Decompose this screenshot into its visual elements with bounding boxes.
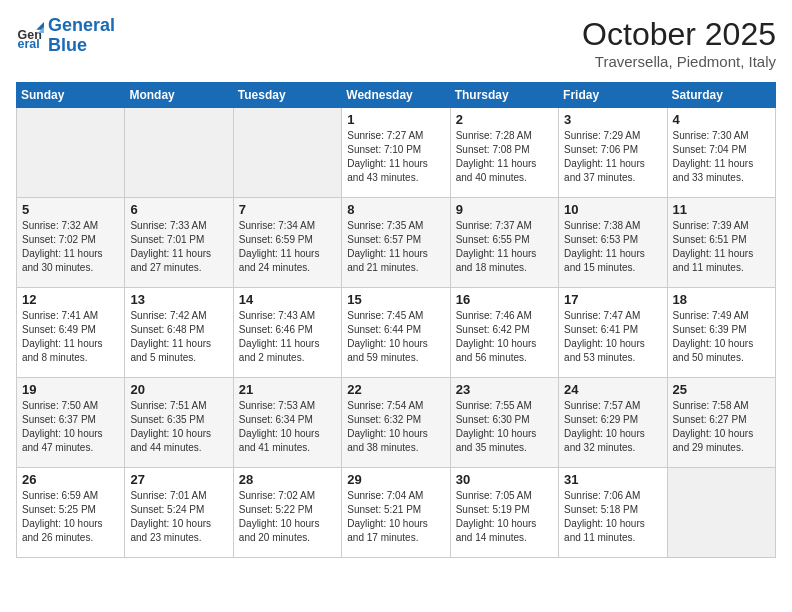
day-number: 5 — [22, 202, 119, 217]
day-number: 17 — [564, 292, 661, 307]
day-number: 3 — [564, 112, 661, 127]
day-number: 21 — [239, 382, 336, 397]
logo: Gen eral GeneralBlue — [16, 16, 115, 56]
logo-text: GeneralBlue — [48, 16, 115, 56]
cell-info: Sunrise: 7:37 AM Sunset: 6:55 PM Dayligh… — [456, 219, 553, 275]
cell-info: Sunrise: 6:59 AM Sunset: 5:25 PM Dayligh… — [22, 489, 119, 545]
calendar-cell: 15 Sunrise: 7:45 AM Sunset: 6:44 PM Dayl… — [342, 288, 450, 378]
calendar-cell: 5 Sunrise: 7:32 AM Sunset: 7:02 PM Dayli… — [17, 198, 125, 288]
cell-info: Sunrise: 7:32 AM Sunset: 7:02 PM Dayligh… — [22, 219, 119, 275]
calendar-cell: 17 Sunrise: 7:47 AM Sunset: 6:41 PM Dayl… — [559, 288, 667, 378]
cell-info: Sunrise: 7:04 AM Sunset: 5:21 PM Dayligh… — [347, 489, 444, 545]
calendar-cell: 8 Sunrise: 7:35 AM Sunset: 6:57 PM Dayli… — [342, 198, 450, 288]
day-number: 25 — [673, 382, 770, 397]
cell-info: Sunrise: 7:27 AM Sunset: 7:10 PM Dayligh… — [347, 129, 444, 185]
cell-info: Sunrise: 7:06 AM Sunset: 5:18 PM Dayligh… — [564, 489, 661, 545]
calendar-cell: 1 Sunrise: 7:27 AM Sunset: 7:10 PM Dayli… — [342, 108, 450, 198]
day-number: 27 — [130, 472, 227, 487]
weekday-header-row: SundayMondayTuesdayWednesdayThursdayFrid… — [17, 83, 776, 108]
calendar-cell: 14 Sunrise: 7:43 AM Sunset: 6:46 PM Dayl… — [233, 288, 341, 378]
cell-info: Sunrise: 7:53 AM Sunset: 6:34 PM Dayligh… — [239, 399, 336, 455]
cell-info: Sunrise: 7:49 AM Sunset: 6:39 PM Dayligh… — [673, 309, 770, 365]
day-number: 20 — [130, 382, 227, 397]
calendar-cell: 21 Sunrise: 7:53 AM Sunset: 6:34 PM Dayl… — [233, 378, 341, 468]
day-number: 16 — [456, 292, 553, 307]
calendar-subtitle: Traversella, Piedmont, Italy — [582, 53, 776, 70]
day-number: 30 — [456, 472, 553, 487]
day-number: 19 — [22, 382, 119, 397]
calendar-cell: 13 Sunrise: 7:42 AM Sunset: 6:48 PM Dayl… — [125, 288, 233, 378]
calendar-cell: 16 Sunrise: 7:46 AM Sunset: 6:42 PM Dayl… — [450, 288, 558, 378]
calendar-week-row: 26 Sunrise: 6:59 AM Sunset: 5:25 PM Dayl… — [17, 468, 776, 558]
day-number: 9 — [456, 202, 553, 217]
cell-info: Sunrise: 7:43 AM Sunset: 6:46 PM Dayligh… — [239, 309, 336, 365]
calendar-week-row: 1 Sunrise: 7:27 AM Sunset: 7:10 PM Dayli… — [17, 108, 776, 198]
calendar-cell — [125, 108, 233, 198]
day-number: 8 — [347, 202, 444, 217]
calendar-table: SundayMondayTuesdayWednesdayThursdayFrid… — [16, 82, 776, 558]
cell-info: Sunrise: 7:50 AM Sunset: 6:37 PM Dayligh… — [22, 399, 119, 455]
cell-info: Sunrise: 7:42 AM Sunset: 6:48 PM Dayligh… — [130, 309, 227, 365]
calendar-week-row: 12 Sunrise: 7:41 AM Sunset: 6:49 PM Dayl… — [17, 288, 776, 378]
cell-info: Sunrise: 7:35 AM Sunset: 6:57 PM Dayligh… — [347, 219, 444, 275]
calendar-cell: 2 Sunrise: 7:28 AM Sunset: 7:08 PM Dayli… — [450, 108, 558, 198]
calendar-cell: 22 Sunrise: 7:54 AM Sunset: 6:32 PM Dayl… — [342, 378, 450, 468]
calendar-cell: 18 Sunrise: 7:49 AM Sunset: 6:39 PM Dayl… — [667, 288, 775, 378]
weekday-header: Tuesday — [233, 83, 341, 108]
cell-info: Sunrise: 7:47 AM Sunset: 6:41 PM Dayligh… — [564, 309, 661, 365]
calendar-cell — [233, 108, 341, 198]
day-number: 7 — [239, 202, 336, 217]
day-number: 12 — [22, 292, 119, 307]
day-number: 18 — [673, 292, 770, 307]
cell-info: Sunrise: 7:57 AM Sunset: 6:29 PM Dayligh… — [564, 399, 661, 455]
cell-info: Sunrise: 7:29 AM Sunset: 7:06 PM Dayligh… — [564, 129, 661, 185]
cell-info: Sunrise: 7:01 AM Sunset: 5:24 PM Dayligh… — [130, 489, 227, 545]
day-number: 2 — [456, 112, 553, 127]
calendar-cell: 12 Sunrise: 7:41 AM Sunset: 6:49 PM Dayl… — [17, 288, 125, 378]
weekday-header: Thursday — [450, 83, 558, 108]
weekday-header: Friday — [559, 83, 667, 108]
calendar-cell: 26 Sunrise: 6:59 AM Sunset: 5:25 PM Dayl… — [17, 468, 125, 558]
cell-info: Sunrise: 7:39 AM Sunset: 6:51 PM Dayligh… — [673, 219, 770, 275]
cell-info: Sunrise: 7:28 AM Sunset: 7:08 PM Dayligh… — [456, 129, 553, 185]
day-number: 15 — [347, 292, 444, 307]
cell-info: Sunrise: 7:05 AM Sunset: 5:19 PM Dayligh… — [456, 489, 553, 545]
calendar-title: October 2025 — [582, 16, 776, 53]
calendar-cell: 30 Sunrise: 7:05 AM Sunset: 5:19 PM Dayl… — [450, 468, 558, 558]
day-number: 14 — [239, 292, 336, 307]
calendar-week-row: 19 Sunrise: 7:50 AM Sunset: 6:37 PM Dayl… — [17, 378, 776, 468]
calendar-cell: 31 Sunrise: 7:06 AM Sunset: 5:18 PM Dayl… — [559, 468, 667, 558]
day-number: 31 — [564, 472, 661, 487]
cell-info: Sunrise: 7:33 AM Sunset: 7:01 PM Dayligh… — [130, 219, 227, 275]
day-number: 10 — [564, 202, 661, 217]
title-block: October 2025 Traversella, Piedmont, Ital… — [582, 16, 776, 70]
calendar-cell: 7 Sunrise: 7:34 AM Sunset: 6:59 PM Dayli… — [233, 198, 341, 288]
cell-info: Sunrise: 7:38 AM Sunset: 6:53 PM Dayligh… — [564, 219, 661, 275]
day-number: 23 — [456, 382, 553, 397]
calendar-cell: 25 Sunrise: 7:58 AM Sunset: 6:27 PM Dayl… — [667, 378, 775, 468]
day-number: 13 — [130, 292, 227, 307]
calendar-cell: 10 Sunrise: 7:38 AM Sunset: 6:53 PM Dayl… — [559, 198, 667, 288]
calendar-cell: 20 Sunrise: 7:51 AM Sunset: 6:35 PM Dayl… — [125, 378, 233, 468]
cell-info: Sunrise: 7:54 AM Sunset: 6:32 PM Dayligh… — [347, 399, 444, 455]
calendar-cell: 6 Sunrise: 7:33 AM Sunset: 7:01 PM Dayli… — [125, 198, 233, 288]
cell-info: Sunrise: 7:46 AM Sunset: 6:42 PM Dayligh… — [456, 309, 553, 365]
weekday-header: Sunday — [17, 83, 125, 108]
day-number: 4 — [673, 112, 770, 127]
day-number: 22 — [347, 382, 444, 397]
calendar-cell — [17, 108, 125, 198]
svg-text:eral: eral — [18, 37, 40, 50]
weekday-header: Wednesday — [342, 83, 450, 108]
calendar-cell: 3 Sunrise: 7:29 AM Sunset: 7:06 PM Dayli… — [559, 108, 667, 198]
cell-info: Sunrise: 7:58 AM Sunset: 6:27 PM Dayligh… — [673, 399, 770, 455]
weekday-header: Monday — [125, 83, 233, 108]
cell-info: Sunrise: 7:45 AM Sunset: 6:44 PM Dayligh… — [347, 309, 444, 365]
page-header: Gen eral GeneralBlue October 2025 Traver… — [16, 16, 776, 70]
cell-info: Sunrise: 7:41 AM Sunset: 6:49 PM Dayligh… — [22, 309, 119, 365]
day-number: 29 — [347, 472, 444, 487]
calendar-cell: 19 Sunrise: 7:50 AM Sunset: 6:37 PM Dayl… — [17, 378, 125, 468]
calendar-cell: 24 Sunrise: 7:57 AM Sunset: 6:29 PM Dayl… — [559, 378, 667, 468]
cell-info: Sunrise: 7:34 AM Sunset: 6:59 PM Dayligh… — [239, 219, 336, 275]
day-number: 6 — [130, 202, 227, 217]
calendar-cell: 9 Sunrise: 7:37 AM Sunset: 6:55 PM Dayli… — [450, 198, 558, 288]
